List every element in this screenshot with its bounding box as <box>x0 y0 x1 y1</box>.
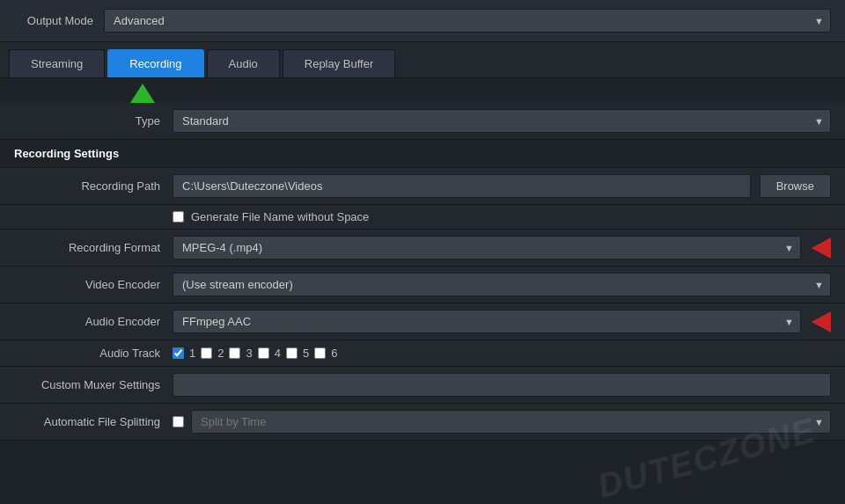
audio-encoder-label: Audio Encoder <box>14 315 173 328</box>
video-encoder-content: (Use stream encoder) ▼ <box>173 273 831 296</box>
audio-encoder-row: Audio Encoder FFmpeg AAC AAC Opus ▼ <box>0 303 845 340</box>
tab-recording[interactable]: Recording <box>107 49 203 77</box>
auto-split-select-wrapper: Split by Time ▼ <box>191 410 831 434</box>
type-select-wrapper: Standard ▼ <box>173 109 831 133</box>
video-encoder-select[interactable]: (Use stream encoder) <box>173 273 831 296</box>
audio-track-items: 1 2 3 4 5 6 <box>173 347 337 360</box>
video-encoder-select-wrapper: (Use stream encoder) ▼ <box>173 273 831 296</box>
audio-encoder-select-wrapper: FFmpeg AAC AAC Opus ▼ <box>173 310 801 333</box>
custom-muxer-content <box>173 373 831 397</box>
output-mode-row: Output Mode Advanced ▼ <box>0 0 845 42</box>
auto-split-label: Automatic File Splitting <box>14 415 173 428</box>
recording-format-label: Recording Format <box>14 241 173 254</box>
recording-format-select[interactable]: MPEG-4 (.mp4) MKV MOV <box>173 236 801 259</box>
type-row: Type Standard ▼ <box>0 103 845 140</box>
recording-path-row: Recording Path Browse <box>0 168 845 205</box>
audio-track-6-checkbox[interactable] <box>314 347 326 359</box>
tab-streaming[interactable]: Streaming <box>9 49 105 77</box>
custom-muxer-label: Custom Muxer Settings <box>14 378 173 391</box>
recording-format-row: Recording Format MPEG-4 (.mp4) MKV MOV ▼ <box>0 230 845 267</box>
tab-replaybuffer[interactable]: Replay Buffer <box>283 49 396 77</box>
recording-settings-header: Recording Settings <box>0 140 845 168</box>
audio-track-5-label: 5 <box>303 347 309 360</box>
generate-filename-row: Generate File Name without Space <box>0 205 845 230</box>
recording-tab-arrow-icon <box>130 84 155 103</box>
output-mode-label: Output Mode <box>14 14 93 27</box>
audio-track-row: Audio Track 1 2 3 4 5 6 <box>0 340 845 367</box>
audio-encoder-arrow-icon <box>812 311 831 332</box>
custom-muxer-row: Custom Muxer Settings <box>0 367 845 404</box>
audio-track-6-label: 6 <box>331 347 337 360</box>
audio-track-4-checkbox[interactable] <box>258 347 269 359</box>
audio-encoder-select[interactable]: FFmpeg AAC AAC Opus <box>173 310 801 333</box>
auto-split-content: Split by Time ▼ <box>173 410 831 434</box>
video-encoder-row: Video Encoder (Use stream encoder) ▼ <box>0 267 845 303</box>
audio-track-1-checkbox[interactable] <box>173 347 184 359</box>
auto-split-select[interactable]: Split by Time <box>191 410 831 434</box>
type-select[interactable]: Standard <box>173 109 831 133</box>
audio-track-4-label: 4 <box>275 347 281 360</box>
type-content: Standard ▼ <box>173 109 831 133</box>
recording-format-select-wrapper: MPEG-4 (.mp4) MKV MOV ▼ <box>173 236 801 259</box>
audio-track-3-checkbox[interactable] <box>229 347 240 359</box>
generate-filename-label: Generate File Name without Space <box>191 210 369 223</box>
recording-format-arrow-icon <box>812 237 831 259</box>
auto-split-row: Automatic File Splitting Split by Time ▼ <box>0 404 845 441</box>
recording-path-content: Browse <box>173 174 831 198</box>
audio-track-2-checkbox[interactable] <box>201 347 212 359</box>
type-label: Type <box>14 114 173 128</box>
audio-track-1-label: 1 <box>189 347 195 360</box>
tab-audio[interactable]: Audio <box>207 49 280 77</box>
tabs-container: Streaming Recording Audio Replay Buffer <box>0 42 845 78</box>
audio-track-3-label: 3 <box>246 347 252 360</box>
audio-track-2-label: 2 <box>217 347 224 360</box>
recording-path-label: Recording Path <box>14 179 173 193</box>
audio-track-5-checkbox[interactable] <box>286 347 298 359</box>
audio-track-content: 1 2 3 4 5 6 <box>173 347 831 360</box>
audio-encoder-content: FFmpeg AAC AAC Opus ▼ <box>173 310 831 333</box>
auto-split-checkbox[interactable] <box>173 416 184 427</box>
video-encoder-label: Video Encoder <box>14 278 173 291</box>
recording-format-content: MPEG-4 (.mp4) MKV MOV ▼ <box>173 236 831 259</box>
output-mode-select[interactable]: Advanced <box>104 9 831 33</box>
recording-path-input[interactable] <box>173 174 751 198</box>
browse-button[interactable]: Browse <box>760 174 831 198</box>
generate-filename-checkbox[interactable] <box>173 211 184 223</box>
audio-track-label: Audio Track <box>14 347 173 360</box>
output-mode-select-wrapper: Advanced ▼ <box>104 9 831 33</box>
custom-muxer-input[interactable] <box>173 373 831 397</box>
